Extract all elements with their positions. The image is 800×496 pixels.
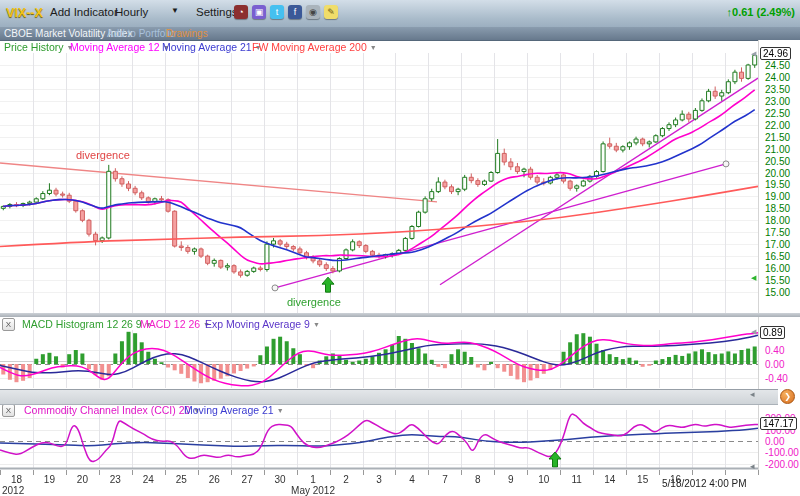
charting-app: VIX--X Add Indicator Hourly ▼ Settings ◔…: [0, 0, 800, 496]
macd-axis-label: -0.40: [765, 373, 788, 384]
x-axis-day-label: 15: [637, 474, 648, 485]
indicator-dropdown-moving-average-21[interactable]: Moving Average 21▼: [162, 41, 262, 53]
cube-icon[interactable]: ▣: [252, 5, 266, 19]
toolbar-icons: ◔▣tf◉✎: [234, 5, 338, 19]
x-axis-day-label: 23: [110, 474, 121, 485]
x-axis-day-label: 30: [275, 474, 286, 485]
x-axis-day-label: 4: [409, 474, 415, 485]
x-axis-day-label: 7: [442, 474, 448, 485]
divergence-label-lower: divergence: [287, 296, 341, 308]
alert-marker-icon: ◀: [751, 274, 756, 282]
twitter-icon[interactable]: t: [270, 5, 284, 19]
cci-axis-label: -200.00: [765, 459, 799, 470]
price-axis-label: 20.00: [765, 168, 790, 179]
price-axis-label: 21.00: [765, 144, 790, 155]
price-axis-label: 23.00: [765, 96, 790, 107]
price-axis-label: 24.50: [765, 60, 790, 71]
x-axis-day-label: 27: [242, 474, 253, 485]
price-axis-label: 16.00: [765, 263, 790, 274]
scroll-left-icon-2[interactable]: ◂: [750, 461, 755, 471]
x-axis-day-label: 18: [11, 474, 22, 485]
indicator-dropdown-moving-average-12[interactable]: Moving Average 12▼: [70, 41, 170, 53]
x-axis-day-label: 19: [44, 474, 55, 485]
symbol-toolbar: CBOE Market Volatility Index Add to Port…: [0, 27, 800, 41]
indicator-dropdown-price-history[interactable]: Price History▼: [4, 41, 73, 53]
cci-axis-label: -100.00: [765, 447, 799, 458]
x-axis-day-label: 10: [538, 474, 549, 485]
indicator-dropdown-moving-average-21[interactable]: Moving Average 21▼: [184, 404, 284, 416]
last-price-box: 24.96: [760, 47, 791, 60]
indicator-dropdown-macd-histogram-12-26-9[interactable]: MACD Histogram 12 26 9▼: [22, 318, 152, 330]
indicator-dropdown-macd-12-26[interactable]: MACD 12 26▼: [140, 318, 210, 330]
indicator-dropdown-commodity-channel-index-cci-20[interactable]: Commodity Channel Index (CCI) 20▼: [24, 404, 200, 416]
price-axis-label: 22.50: [765, 108, 790, 119]
macd-panel-header: X MACD Histogram 12 26 9▼MACD 12 26▼Exp …: [0, 318, 758, 330]
drawings-link[interactable]: Drawings: [166, 28, 208, 39]
chevron-down-icon: ▼: [313, 321, 320, 328]
facebook-icon[interactable]: f: [288, 5, 302, 19]
x-axis-day-label: 2: [343, 474, 349, 485]
scroll-left-icon[interactable]: ◂: [750, 389, 755, 399]
last-price-pointer-icon: ◀: [751, 50, 756, 58]
x-axis-day-label: 16: [670, 474, 681, 485]
macd-axis-label: 0.40: [765, 345, 784, 356]
year-label: 2012: [2, 485, 24, 496]
camera-icon[interactable]: ◉: [306, 5, 320, 19]
right-axis-column: 24.5024.0023.5023.0022.5022.0021.5021.00…: [758, 40, 800, 470]
macd-close-button[interactable]: X: [2, 318, 15, 331]
horizontal-scrollbar[interactable]: [0, 389, 778, 405]
price-axis-label: 21.50: [765, 132, 790, 143]
x-axis-day-label: 14: [604, 474, 615, 485]
price-axis-label: 18.50: [765, 203, 790, 214]
chevron-down-icon[interactable]: ▼: [171, 6, 179, 15]
indicator-dropdown-fw-moving-average-200[interactable]: FW Moving Average 200▼: [252, 41, 377, 53]
price-axis-label: 20.50: [765, 156, 790, 167]
macd-last-pointer-icon: ◀: [751, 328, 756, 336]
panel-separator: [0, 313, 800, 317]
notes-icon[interactable]: ✎: [324, 5, 338, 19]
cci-axis-label: 0.00: [765, 436, 784, 447]
price-axis-label: 17.00: [765, 239, 790, 250]
change-badge: ↑0.61 (2.49%): [727, 6, 795, 18]
x-axis-day-label: 3: [376, 474, 382, 485]
divergence-label-upper: divergence: [76, 149, 130, 161]
x-axis-day-label: 9: [508, 474, 514, 485]
x-axis-day-label: 24: [143, 474, 154, 485]
x-axis-day-label: 25: [176, 474, 187, 485]
price-panel-header: Price History▼Moving Average 12▼Moving A…: [0, 41, 758, 53]
alerts-icon[interactable]: ◔: [234, 5, 248, 19]
settings-button[interactable]: Settings: [196, 6, 238, 18]
x-axis-day-label: 1: [310, 474, 316, 485]
chevron-down-icon: ▼: [277, 407, 284, 414]
price-axis-label: 24.00: [765, 72, 790, 83]
symbol-label[interactable]: VIX--X: [6, 6, 43, 20]
macd-axis-label: 0.00: [765, 359, 784, 370]
interval-dropdown[interactable]: Hourly: [115, 6, 148, 18]
price-axis-label: 22.00: [765, 120, 790, 131]
scroll-to-end-button[interactable]: ❯: [780, 389, 795, 404]
macd-last-box: 0.89: [760, 326, 785, 339]
price-axis-label: 15.00: [765, 287, 790, 298]
cci-close-button[interactable]: X: [2, 404, 15, 417]
chevron-down-icon: ▼: [370, 44, 377, 51]
month-label: May 2012: [291, 485, 335, 496]
x-axis-day-label: 20: [77, 474, 88, 485]
chart-canvas[interactable]: [0, 0, 800, 496]
x-axis-day-label: 8: [475, 474, 481, 485]
price-axis-label: 15.50: [765, 275, 790, 286]
indicator-dropdown-exp-moving-average-9[interactable]: Exp Moving Average 9▼: [205, 318, 320, 330]
price-axis-label: 18.00: [765, 215, 790, 226]
change-value: 0.61 (2.49%): [732, 6, 795, 18]
top-toolbar: VIX--X Add Indicator Hourly ▼ Settings ◔…: [0, 0, 800, 28]
x-axis-day-label: 26: [209, 474, 220, 485]
price-axis-label: 17.50: [765, 227, 790, 238]
x-axis-day-label: 11: [572, 474, 582, 485]
price-axis-label: 19.00: [765, 191, 790, 202]
cci-panel-header: X Commodity Channel Index (CCI) 20▼Movin…: [0, 404, 758, 416]
cci-last-box: 147.17: [760, 417, 797, 430]
price-axis-label: 19.50: [765, 179, 790, 190]
add-indicator-button[interactable]: Add Indicator: [50, 6, 118, 18]
price-axis-label: 16.50: [765, 251, 790, 262]
price-axis-label: 23.50: [765, 84, 790, 95]
